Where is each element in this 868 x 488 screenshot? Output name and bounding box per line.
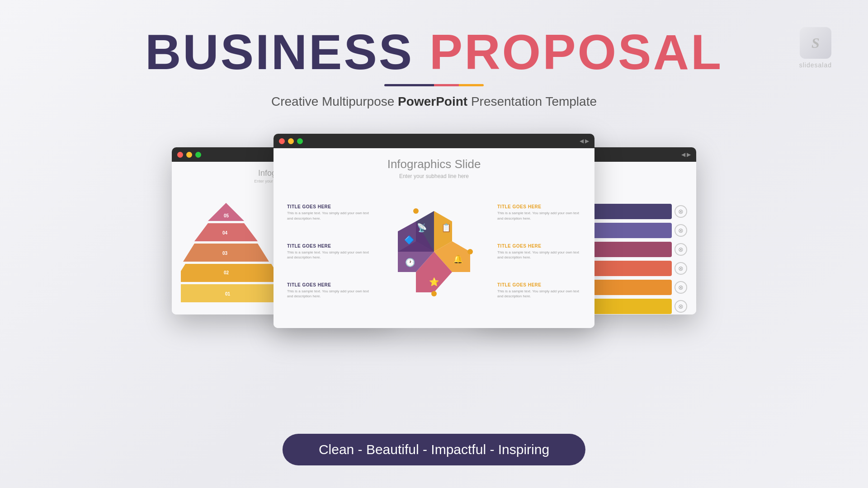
- divider-segment-2: [434, 84, 459, 86]
- title-proposal: PROPOSAL: [429, 24, 723, 80]
- svg-text:04: 04: [222, 230, 228, 235]
- hex-left-desc-3: This is a sample text. You simply add yo…: [287, 289, 371, 299]
- center-slide-content: Infographics Slide Enter your subhead li…: [274, 148, 594, 328]
- svg-text:📋: 📋: [441, 223, 452, 233]
- pyramid-chart: 05 04 03 02 01: [181, 194, 280, 302]
- svg-text:🕐: 🕐: [405, 258, 415, 267]
- point-x-4[interactable]: ⊗: [675, 262, 687, 275]
- divider-segment-1: [384, 84, 434, 86]
- hex-right-desc-3: This is a sample text. You simply add yo…: [497, 289, 581, 299]
- hex-right-title-2: TITLE GOES HERE: [497, 244, 581, 249]
- hexagon-container: 📡 📋 🔔 ⭐ 🕐 🔷: [371, 195, 497, 308]
- hex-infographic-area: TITLE GOES HERE This is a sample text. Y…: [287, 187, 581, 317]
- center-slide-subtitle: Enter your subhead line here: [287, 173, 581, 179]
- title-divider: [384, 84, 484, 86]
- hex-right-block-2: TITLE GOES HERE This is a sample text. Y…: [497, 244, 581, 260]
- center-titlebar: ◀ ▶: [274, 134, 594, 148]
- svg-text:📡: 📡: [417, 223, 427, 233]
- bottom-banner: Clean - Beautiful - Impactful - Inspirin…: [283, 434, 585, 465]
- page-subtitle: Creative Multipurpose PowerPoint Present…: [0, 94, 868, 109]
- slide-navigation[interactable]: ◀ ▶: [580, 138, 589, 144]
- svg-text:02: 02: [224, 270, 229, 275]
- hex-left-text-area: TITLE GOES HERE This is a sample text. Y…: [287, 204, 371, 299]
- divider-segment-3: [459, 84, 484, 86]
- svg-text:⭐: ⭐: [429, 277, 439, 287]
- hex-right-title-3: TITLE GOES HERE: [497, 282, 581, 287]
- bottom-banner-text: Clean - Beautiful - Impactful - Inspirin…: [319, 442, 549, 457]
- point-x-2[interactable]: ⊗: [675, 224, 687, 237]
- svg-marker-3: [181, 264, 280, 282]
- svg-text:03: 03: [222, 251, 228, 256]
- svg-text:01: 01: [225, 291, 231, 296]
- hex-right-text-area: TITLE GOES HERE This is a sample text. Y…: [497, 204, 581, 299]
- hex-right-block-1: TITLE GOES HERE This is a sample text. Y…: [497, 204, 581, 221]
- svg-point-18: [431, 291, 437, 296]
- svg-point-16: [413, 208, 419, 214]
- svg-marker-0: [208, 203, 244, 221]
- hex-right-title-1: TITLE GOES HERE: [497, 204, 581, 209]
- hex-left-block-2: TITLE GOES HERE This is a sample text. Y…: [287, 244, 371, 260]
- point-x-5[interactable]: ⊗: [675, 281, 687, 294]
- hexagon-svg: 📡 📋 🔔 ⭐ 🕐 🔷: [382, 195, 486, 308]
- point-x-6[interactable]: ⊗: [675, 300, 687, 313]
- hex-left-block-1: TITLE GOES HERE This is a sample text. Y…: [287, 204, 371, 221]
- maximize-btn-left[interactable]: [195, 152, 201, 158]
- minimize-btn-left[interactable]: [186, 152, 192, 158]
- minimize-btn-center[interactable]: [288, 138, 294, 144]
- page-title: BUSINESS PROPOSAL: [0, 27, 868, 77]
- svg-text:🔔: 🔔: [453, 254, 463, 264]
- svg-text:05: 05: [224, 213, 229, 218]
- hex-left-block-3: TITLE GOES HERE This is a sample text. Y…: [287, 282, 371, 299]
- hex-left-title-2: TITLE GOES HERE: [287, 244, 371, 249]
- hex-right-desc-2: This is a sample text. You simply add yo…: [497, 250, 581, 260]
- hex-right-desc-1: This is a sample text. You simply add yo…: [497, 211, 581, 221]
- hex-left-title-3: TITLE GOES HERE: [287, 282, 371, 287]
- close-btn-center[interactable]: [279, 138, 285, 144]
- logo-name: slidesalad: [799, 61, 832, 69]
- maximize-btn-center[interactable]: [297, 138, 303, 144]
- svg-text:🔷: 🔷: [404, 235, 415, 245]
- slides-container: Infographics Enter your subhead line her…: [0, 127, 868, 335]
- page-header: BUSINESS PROPOSAL Creative Multipurpose …: [0, 0, 868, 109]
- hex-left-desc-1: This is a sample text. You simply add yo…: [287, 211, 371, 221]
- center-slide-title: Infographics Slide: [287, 157, 581, 171]
- hex-left-desc-2: This is a sample text. You simply add yo…: [287, 250, 371, 260]
- title-business: BUSINESS: [145, 24, 414, 80]
- hex-left-title-1: TITLE GOES HERE: [287, 204, 371, 209]
- point-x-1[interactable]: ⊗: [675, 205, 687, 218]
- right-slide-nav[interactable]: ◀ ▶: [681, 151, 691, 158]
- hex-right-block-3: TITLE GOES HERE This is a sample text. Y…: [497, 282, 581, 299]
- svg-marker-4: [181, 284, 280, 302]
- close-btn-left[interactable]: [177, 152, 183, 158]
- slidesalad-logo: S slidesalad: [799, 27, 832, 69]
- svg-point-17: [467, 249, 473, 254]
- point-x-3[interactable]: ⊗: [675, 243, 687, 256]
- logo-icon: S: [800, 27, 831, 59]
- center-slide-window: ◀ ▶ Infographics Slide Enter your subhea…: [274, 134, 594, 328]
